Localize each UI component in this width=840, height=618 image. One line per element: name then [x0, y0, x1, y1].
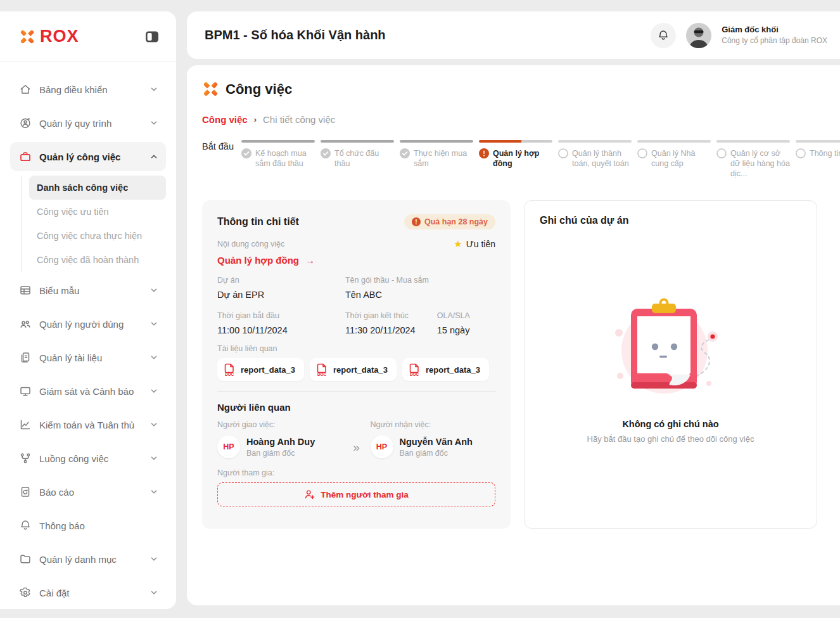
document-chip[interactable]: DOC report_data_3 [217, 358, 304, 381]
assignee-role: Ban giám đốc [400, 449, 473, 458]
chevron-down-icon [150, 119, 158, 127]
sidebar-item-label: Quản lý quy trình [39, 118, 111, 129]
doc-file-icon: DOC [316, 363, 328, 376]
step-check-icon [400, 148, 410, 158]
start-time-field: Thời gian bắt đầu 11:00 10/11/2024 [217, 311, 345, 335]
step-label: Thực hiện mua sắm [414, 148, 473, 169]
step-goods-database[interactable]: Quản lý cơ sở dữ liệu hàng hóa dịc... [716, 140, 796, 179]
sidebar-collapse-icon[interactable] [144, 29, 160, 44]
step-contract-management[interactable]: Quản lý hợp đồng [479, 140, 558, 169]
sidebar-item-label: Quản lý người dùng [39, 319, 124, 330]
svg-text:DOC: DOC [317, 372, 327, 376]
step-progress-bar [241, 140, 315, 143]
project-field: Dự án Dự án EPR [217, 276, 345, 300]
chevron-down-icon [150, 588, 158, 597]
sidebar-item-process-management[interactable]: Quản lý quy trình [10, 108, 166, 138]
add-participant-label: Thêm người tham gia [321, 490, 409, 499]
step-empty-icon [716, 148, 727, 158]
rox-logo-text: ROX [40, 27, 79, 46]
package-value: Tên ABC [345, 290, 495, 300]
rox-x-icon [202, 80, 219, 98]
step-progress-bar [637, 140, 711, 143]
step-label: Quản lý cơ sở dữ liệu hàng hóa dịc... [730, 148, 790, 179]
sidebar-item-dashboard[interactable]: Bảng điều khiển [10, 75, 166, 104]
step-label: Quản lý thành toán, quyết toán [572, 148, 632, 169]
user-avatar[interactable] [686, 23, 711, 48]
project-notes-card: Ghi chú của dự án [524, 200, 817, 529]
sidebar-item-audit-compliance[interactable]: Kiểm toán và Tuân thủ [10, 410, 166, 439]
step-supplier-management[interactable]: Quản lý Nhà cung cấp [637, 140, 716, 169]
task-detail-card: Thông tin chi tiết ! Quá hạn 28 ngày Nội… [202, 200, 511, 529]
sidebar-item-task-management[interactable]: Quản lý công việc [10, 142, 166, 171]
sidebar-item-document-management[interactable]: Quản lý tài liệu [10, 343, 166, 372]
notes-empty-state: Không có ghi chú nào Hãy bắt đầu tạo ghi… [540, 295, 801, 444]
people-section-title: Người liên quan [217, 402, 495, 413]
sidebar-item-label: Giám sát và Cảnh báo [39, 386, 134, 397]
step-alert-icon [479, 148, 489, 158]
assignee-avatar: HP [371, 435, 393, 458]
step-empty-icon [637, 148, 647, 158]
chevron-down-icon [150, 555, 158, 563]
sidebar-item-forms[interactable]: Biểu mẫu [10, 276, 166, 305]
step-progress-bar [479, 140, 552, 143]
step-general-info[interactable]: Thông tin ch [796, 140, 840, 158]
ola-sla-label: OLA/SLA [437, 311, 495, 320]
breadcrumb-separator: › [254, 115, 257, 124]
sidebar-item-label: Cài đặt [39, 588, 70, 598]
notes-card-title: Ghi chú của dự án [540, 215, 801, 226]
page-title-row: Công việc [202, 80, 840, 98]
alert-icon: ! [412, 217, 421, 226]
step-check-icon [241, 148, 251, 158]
doc-file-icon: DOC [409, 363, 421, 376]
sidebar-subitem-pending-tasks[interactable]: Công việc chưa thực hiện [29, 224, 166, 248]
document-name: report_data_3 [333, 365, 388, 375]
sidebar-item-settings[interactable]: Cài đặt [10, 578, 166, 607]
breadcrumb-root-link[interactable]: Công việc [202, 114, 248, 125]
clipboard-illustration [601, 295, 741, 402]
sidebar-item-monitoring-alerts[interactable]: Giám sát và Cảnh báo [10, 377, 166, 406]
step-check-icon [321, 148, 331, 158]
sidebar-item-workflow[interactable]: Luồng công việc [10, 444, 166, 473]
assignee-person[interactable]: HP Nguyễn Văn Anh Ban giám đốc [371, 435, 496, 458]
assigner-person[interactable]: HP Hoàng Anh Duy Ban giám đốc [217, 435, 343, 458]
step-progress-bar [321, 140, 394, 143]
detail-card-title: Thông tin chi tiết [217, 216, 299, 228]
star-icon: ★ [454, 238, 462, 250]
step-payment-settlement[interactable]: Quản lý thành toán, quyết toán [558, 140, 637, 169]
notification-bell-button[interactable] [651, 23, 676, 48]
document-chip[interactable]: DOC report_data_3 [310, 358, 397, 381]
sidebar-subitem-completed-tasks[interactable]: Công việc đã hoàn thành [29, 248, 166, 272]
svg-text:DOC: DOC [410, 372, 419, 376]
sidebar-subitem-priority-tasks[interactable]: Công việc ưu tiên [29, 200, 166, 224]
report-icon [19, 486, 32, 498]
users-icon [19, 318, 32, 330]
assignee-block: Người nhận việc: HP Nguyễn Văn Anh Ban g… [371, 420, 496, 458]
sidebar-subitem-task-list[interactable]: Danh sách công việc [29, 176, 166, 200]
document-chip[interactable]: DOC report_data_3 [402, 358, 489, 381]
svg-text:DOC: DOC [225, 372, 234, 376]
briefcase-icon [19, 150, 32, 163]
assignee-name: Nguyễn Văn Anh [400, 437, 473, 447]
step-procurement-plan[interactable]: Kế hoạch mua sắm đấu thầu [241, 140, 321, 169]
add-participant-button[interactable]: Thêm người tham gia [217, 482, 495, 506]
sidebar-item-user-management[interactable]: Quản lý người dùng [10, 309, 166, 338]
user-meta[interactable]: Giám đốc khối Công ty cổ phần tập đoàn R… [722, 25, 827, 46]
assigner-name: Hoàng Anh Duy [246, 437, 315, 447]
priority-label: Ưu tiên [466, 239, 495, 249]
assignee-label: Người nhận việc: [371, 420, 496, 429]
rox-logo[interactable]: ROX [19, 27, 79, 46]
page-title: Công việc [226, 81, 292, 98]
sidebar-item-category-management[interactable]: Quản lý danh mục [10, 544, 166, 574]
chevron-down-icon [150, 319, 158, 328]
documents-label: Tài liệu liên quan [217, 344, 495, 353]
end-time-value: 11:30 20/11/2024 [345, 325, 437, 335]
step-purchasing[interactable]: Thực hiện mua sắm [400, 140, 479, 169]
sidebar-item-reports[interactable]: Báo cáo [10, 477, 166, 506]
step-bidding-organization[interactable]: Tổ chức đấu thầu [321, 140, 400, 169]
sidebar-item-label: Kiểm toán và Tuân thủ [39, 420, 134, 430]
assigner-role: Ban giám đốc [246, 449, 315, 458]
workflow-icon [19, 452, 32, 465]
task-content-link[interactable]: Quản lý hợp đồng → [217, 255, 495, 266]
sidebar-item-notifications[interactable]: Thông báo [10, 511, 166, 540]
step-progress-bar [400, 140, 473, 143]
